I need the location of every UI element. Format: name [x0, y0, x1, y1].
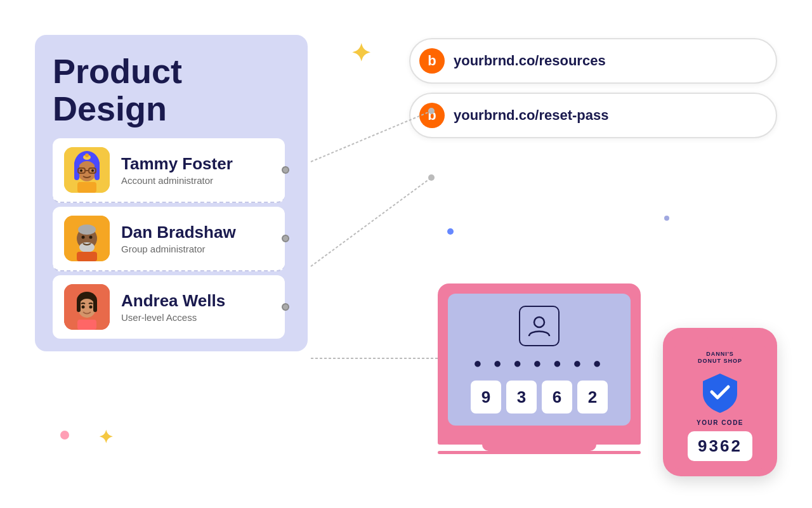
svg-point-22	[79, 242, 95, 252]
dot-pink-bottom	[60, 431, 69, 440]
page-title: Product Design	[53, 53, 285, 128]
laptop-screen-inner: ● ● ● ● ● ● ● 9 3 6 2	[448, 294, 631, 426]
phone-code-label: YOUR CODE	[697, 419, 743, 426]
code-box-2: 2	[577, 381, 608, 414]
avatar-tammy	[64, 147, 110, 193]
svg-point-17	[91, 169, 94, 172]
phone-code-box: 9362	[688, 431, 752, 461]
dot-blue-mid	[447, 228, 454, 235]
svg-point-21	[78, 225, 96, 235]
user-info-andrea: Andrea Wells User-level Access	[121, 291, 273, 323]
url-pill-reset-pass[interactable]: b yourbrnd.co/reset-pass	[409, 93, 777, 138]
user-role-tammy: Account administrator	[121, 175, 273, 186]
user-info-tammy: Tammy Foster Account administrator	[121, 154, 273, 186]
user-name-dan: Dan Bradshaw	[121, 223, 273, 242]
svg-point-24	[89, 235, 93, 238]
svg-rect-18	[77, 182, 96, 193]
shield-check-icon	[698, 370, 742, 414]
sparkle-bottom-left: ✦	[98, 427, 113, 448]
laptop: ● ● ● ● ● ● ● 9 3 6 2	[438, 283, 641, 454]
code-boxes-laptop: 9 3 6 2	[471, 381, 608, 414]
phone-screen: DANNI'S DONUT SHOP YOUR CODE 9362	[669, 346, 771, 469]
user-role-andrea: User-level Access	[121, 312, 273, 323]
user-card-tammy: Tammy Foster Account administrator	[53, 138, 285, 203]
bitly-icon-resources: b	[419, 48, 445, 74]
svg-line-2	[311, 178, 431, 266]
sparkle-top: ✦	[351, 39, 371, 67]
code-box-6: 6	[542, 381, 572, 414]
svg-rect-31	[77, 299, 81, 312]
svg-point-28	[78, 299, 96, 318]
svg-point-23	[82, 235, 85, 238]
scene: Product Design	[0, 0, 812, 508]
phone-shield	[698, 370, 742, 414]
user-info-dan: Dan Bradshaw Group administrator	[121, 223, 273, 254]
code-box-9: 9	[471, 381, 501, 414]
phone-notch	[707, 335, 733, 341]
code-box-3: 3	[506, 381, 537, 414]
svg-rect-25	[77, 252, 97, 261]
avatar-andrea	[64, 284, 110, 330]
svg-point-30	[89, 305, 93, 308]
svg-rect-33	[77, 320, 96, 330]
user-silhouette-icon	[527, 313, 552, 339]
url-pill-resources[interactable]: b yourbrnd.co/resources	[409, 38, 777, 84]
url-pills: b yourbrnd.co/resources b yourbrnd.co/re…	[409, 38, 777, 138]
right-panel: b yourbrnd.co/resources b yourbrnd.co/re…	[409, 38, 777, 157]
user-card-dan: Dan Bradshaw Group administrator	[53, 207, 285, 271]
svg-point-3	[428, 174, 435, 181]
laptop-foot	[438, 451, 641, 454]
url-text-reset: yourbrnd.co/reset-pass	[454, 107, 609, 124]
url-text-resources: yourbrnd.co/resources	[454, 53, 606, 69]
laptop-stand	[482, 445, 596, 451]
laptop-user-icon	[519, 306, 560, 346]
laptop-screen: ● ● ● ● ● ● ● 9 3 6 2	[438, 283, 641, 436]
user-name-andrea: Andrea Wells	[121, 291, 273, 311]
connector-dot-andrea	[282, 303, 289, 311]
user-card-andrea: Andrea Wells User-level Access	[53, 275, 285, 339]
phone-brand: DANNI'S DONUT SHOP	[698, 351, 742, 365]
connector-dot-tammy	[282, 166, 289, 174]
connector-dot-dan	[282, 235, 289, 242]
svg-point-29	[82, 305, 85, 308]
user-name-tammy: Tammy Foster	[121, 154, 273, 174]
dot-small-blue	[664, 216, 669, 221]
svg-point-12	[85, 153, 89, 157]
laptop-base	[438, 436, 641, 445]
product-design-card: Product Design	[35, 35, 308, 351]
avatar-dan	[64, 216, 110, 261]
user-role-dan: Group administrator	[121, 244, 273, 254]
svg-rect-32	[93, 299, 97, 312]
phone: DANNI'S DONUT SHOP YOUR CODE 9362	[663, 328, 777, 476]
user-cards-list: Tammy Foster Account administrator	[53, 138, 285, 339]
svg-point-34	[534, 317, 544, 327]
bitly-icon-reset: b	[419, 103, 445, 128]
password-dots: ● ● ● ● ● ● ●	[473, 355, 605, 372]
svg-point-16	[80, 169, 82, 172]
left-panel: Product Design	[35, 35, 308, 351]
